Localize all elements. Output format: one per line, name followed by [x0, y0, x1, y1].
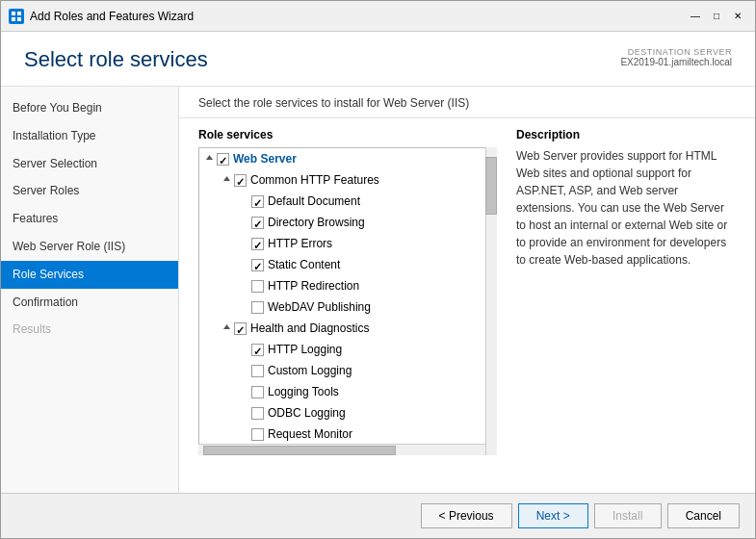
tree-item-default-doc[interactable]: Default Document: [199, 191, 496, 212]
label-http-logging: HTTP Logging: [268, 341, 342, 358]
label-http-redirect: HTTP Redirection: [268, 277, 359, 295]
sidebar-item-confirmation[interactable]: Confirmation: [1, 289, 178, 317]
close-button[interactable]: ✕: [728, 8, 747, 25]
description-text: Web Server provides support for HTML Web…: [516, 147, 736, 269]
checkbox-webdav[interactable]: [251, 301, 264, 314]
scrollbar-thumb[interactable]: [485, 157, 497, 215]
tree-item-http-logging[interactable]: HTTP Logging: [199, 339, 496, 360]
label-odbc-logging: ODBC Logging: [268, 404, 346, 422]
tree-item-static-content[interactable]: Static Content: [199, 254, 496, 275]
full-layout: Select role services DESTINATION SERVER …: [1, 32, 755, 538]
checkbox-http-redirect[interactable]: [251, 280, 264, 293]
role-services-tree[interactable]: Web ServerCommon HTTP FeaturesDefault Do…: [198, 147, 497, 455]
svg-rect-3: [17, 17, 21, 21]
destination-value: EX2019-01.jamiltech.local: [620, 57, 732, 67]
label-web-server: Web Server: [233, 150, 297, 167]
checkbox-static-content[interactable]: [251, 259, 264, 271]
expand-icon-webdav: [238, 301, 249, 313]
minimize-button[interactable]: —: [686, 8, 705, 25]
sidebar-item-web-server-role[interactable]: Web Server Role (IIS): [1, 233, 178, 261]
page-title: Select role services: [24, 47, 208, 72]
tree-item-logging-tools[interactable]: Logging Tools: [199, 381, 496, 402]
tree-item-request-monitor[interactable]: Request Monitor: [199, 424, 496, 445]
checkbox-http-errors[interactable]: [251, 238, 264, 250]
right-content: Select the role services to install for …: [179, 87, 755, 493]
sidebar-item-server-roles[interactable]: Server Roles: [1, 177, 178, 205]
tree-item-common-http[interactable]: Common HTTP Features: [199, 169, 496, 191]
install-button[interactable]: Install: [594, 503, 662, 528]
two-column-layout: Role services Web ServerCommon HTTP Feat…: [179, 118, 755, 493]
tree-item-health-diag[interactable]: Health and Diagnostics: [199, 318, 496, 339]
window-title: Add Roles and Features Wizard: [30, 10, 686, 23]
svg-rect-2: [12, 17, 15, 21]
description-header: Description: [516, 128, 736, 141]
expand-icon-web-server[interactable]: [203, 153, 215, 165]
sidebar-item-server-selection[interactable]: Server Selection: [1, 150, 178, 178]
label-common-http: Common HTTP Features: [250, 171, 379, 189]
destination-server-block: DESTINATION SERVER EX2019-01.jamiltech.l…: [620, 47, 732, 67]
sidebar-item-before-begin[interactable]: Before You Begin: [1, 94, 178, 122]
expand-icon-default-doc: [238, 195, 249, 207]
tree-item-custom-logging[interactable]: Custom Logging: [199, 360, 496, 381]
cancel-button[interactable]: Cancel: [667, 503, 740, 528]
checkbox-http-logging[interactable]: [251, 344, 264, 356]
checkbox-custom-logging[interactable]: [251, 365, 264, 377]
expand-icon-logging-tools: [238, 386, 249, 398]
checkbox-logging-tools[interactable]: [251, 386, 264, 398]
checkbox-health-diag[interactable]: [234, 322, 247, 335]
role-services-column: Role services Web ServerCommon HTTP Feat…: [198, 128, 497, 483]
label-default-doc: Default Document: [268, 192, 360, 210]
main-window: Add Roles and Features Wizard — □ ✕ Sele…: [0, 0, 756, 539]
sidebar: Before You Begin Installation Type Serve…: [1, 87, 179, 493]
label-request-monitor: Request Monitor: [268, 425, 352, 443]
app-icon: [9, 9, 24, 24]
checkbox-request-monitor[interactable]: [251, 428, 264, 441]
main-layout: Before You Begin Installation Type Serve…: [1, 87, 755, 493]
expand-icon-static-content: [238, 259, 249, 270]
destination-label: DESTINATION SERVER: [620, 47, 732, 57]
label-webdav: WebDAV Publishing: [268, 298, 371, 316]
previous-button[interactable]: < Previous: [421, 503, 512, 528]
checkbox-web-server[interactable]: [217, 153, 229, 166]
role-services-header: Role services: [198, 128, 497, 141]
svg-rect-0: [12, 12, 15, 15]
expand-icon-http-redirect: [238, 280, 249, 292]
sidebar-item-role-services[interactable]: Role Services: [1, 261, 178, 289]
tree-item-http-redirect[interactable]: HTTP Redirection: [199, 275, 496, 296]
page-instruction: Select the role services to install for …: [179, 87, 755, 118]
checkbox-common-http[interactable]: [234, 174, 247, 187]
tree-item-odbc-logging[interactable]: ODBC Logging: [199, 402, 496, 424]
horizontal-scrollbar[interactable]: [198, 444, 485, 455]
page-title-block: Select role services: [24, 47, 208, 74]
tree-item-http-errors[interactable]: HTTP Errors: [199, 233, 496, 254]
label-custom-logging: Custom Logging: [268, 362, 352, 379]
vertical-scrollbar[interactable]: [485, 147, 497, 455]
expand-icon-odbc-logging: [238, 407, 249, 419]
maximize-button[interactable]: □: [707, 8, 726, 25]
horiz-thumb[interactable]: [203, 446, 396, 455]
expand-icon-dir-browsing: [238, 217, 249, 228]
checkbox-odbc-logging[interactable]: [251, 407, 264, 420]
label-logging-tools: Logging Tools: [268, 383, 339, 400]
footer: < Previous Next > Install Cancel: [1, 493, 755, 538]
expand-icon-http-logging: [238, 344, 249, 355]
checkbox-dir-browsing[interactable]: [251, 217, 264, 229]
title-bar: Add Roles and Features Wizard — □ ✕: [1, 1, 755, 32]
tree-wrapper: Web ServerCommon HTTP FeaturesDefault Do…: [198, 147, 497, 455]
svg-marker-4: [206, 155, 213, 160]
expand-icon-health-diag[interactable]: [221, 322, 232, 334]
expand-icon-custom-logging: [238, 365, 249, 376]
checkbox-default-doc[interactable]: [251, 195, 264, 208]
tree-item-webdav[interactable]: WebDAV Publishing: [199, 296, 496, 318]
expand-icon-request-monitor: [238, 428, 249, 440]
page-header-section: Select role services DESTINATION SERVER …: [1, 32, 755, 87]
svg-marker-6: [223, 324, 230, 329]
expand-icon-common-http[interactable]: [221, 174, 232, 186]
sidebar-item-installation-type[interactable]: Installation Type: [1, 122, 178, 150]
sidebar-item-features[interactable]: Features: [1, 205, 178, 233]
tree-item-web-server[interactable]: Web Server: [199, 148, 496, 169]
label-dir-browsing: Directory Browsing: [268, 214, 365, 231]
tree-item-dir-browsing[interactable]: Directory Browsing: [199, 212, 496, 233]
svg-marker-5: [223, 176, 230, 181]
next-button[interactable]: Next >: [518, 503, 588, 528]
